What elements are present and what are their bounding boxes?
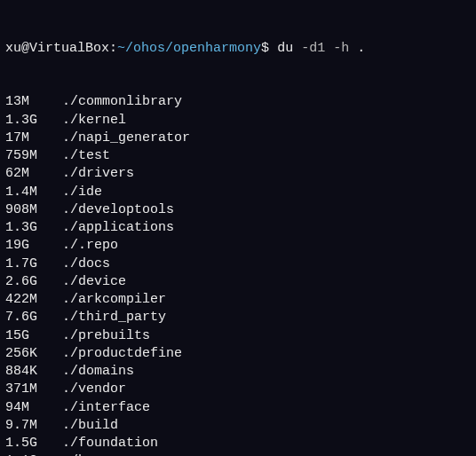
output-row: 1.7G./docs [5, 256, 471, 273]
output-row: 1.1G./base [5, 452, 471, 456]
output-dir: ./base [62, 452, 110, 456]
prompt-user: xu [5, 41, 21, 56]
output-dir: ./interface [62, 399, 150, 417]
output-dir: ./applications [62, 219, 174, 237]
output-size: 759M [5, 147, 62, 165]
prompt-path: ~/ohos/openharmony [117, 41, 261, 56]
output-size: 908M [5, 201, 62, 219]
output-size: 17M [5, 130, 62, 147]
output-dir: ./build [62, 417, 118, 435]
output-size: 62M [5, 165, 62, 183]
output-size: 1.3G [5, 219, 62, 237]
du-output: 13M./commonlibrary1.3G./kernel17M./napi_… [5, 93, 471, 456]
prompt-host: VirtualBox [29, 41, 109, 56]
output-row: 1.3G./applications [5, 219, 471, 237]
output-row: 371M./vendor [5, 381, 471, 398]
flag-depth: -d1 [301, 41, 325, 56]
output-size: 1.7G [5, 256, 62, 273]
flag-human: -h [333, 41, 349, 56]
output-dir: ./test [62, 147, 110, 165]
output-size: 94M [5, 399, 62, 417]
output-size: 19G [5, 237, 62, 255]
command-arg: . [357, 41, 365, 56]
output-dir: ./drivers [62, 165, 134, 183]
terminal-output[interactable]: xu@VirtualBox:~/ohos/openharmony$ du -d1… [5, 4, 471, 456]
output-dir: ./docs [62, 256, 110, 273]
output-dir: ./device [62, 273, 126, 291]
output-size: 1.5G [5, 435, 62, 452]
output-row: 884K./domains [5, 363, 471, 381]
output-row: 94M./interface [5, 399, 471, 417]
output-row: 1.5G./foundation [5, 435, 471, 452]
output-dir: ./ide [62, 184, 102, 201]
output-size: 1.1G [5, 452, 62, 456]
output-row: 13M./commonlibrary [5, 93, 471, 111]
output-dir: ./foundation [62, 435, 158, 452]
output-row: 256K./productdefine [5, 345, 471, 363]
output-size: 15G [5, 327, 62, 345]
output-row: 9.7M./build [5, 417, 471, 435]
output-size: 7.6G [5, 309, 62, 326]
command: du [277, 41, 293, 56]
output-dir: ./.repo [62, 237, 118, 255]
prompt-colon: : [109, 41, 117, 56]
output-size: 13M [5, 93, 62, 111]
output-size: 1.3G [5, 112, 62, 130]
output-dir: ./productdefine [62, 345, 182, 363]
output-size: 371M [5, 381, 62, 398]
output-size: 9.7M [5, 417, 62, 435]
output-dir: ./third_party [62, 309, 166, 326]
output-dir: ./vendor [62, 381, 126, 398]
output-dir: ./arkcompiler [62, 291, 166, 309]
output-dir: ./prebuilts [62, 327, 150, 345]
output-row: 19G./.repo [5, 237, 471, 255]
prompt-dollar: $ [261, 41, 269, 56]
output-row: 1.4M./ide [5, 184, 471, 201]
output-row: 1.3G./kernel [5, 112, 471, 130]
output-dir: ./kernel [62, 112, 126, 130]
output-row: 759M./test [5, 147, 471, 165]
output-row: 7.6G./third_party [5, 309, 471, 326]
output-row: 17M./napi_generator [5, 130, 471, 147]
prompt-at: @ [21, 41, 29, 56]
output-row: 62M./drivers [5, 165, 471, 183]
output-row: 908M./developtools [5, 201, 471, 219]
output-size: 884K [5, 363, 62, 381]
output-row: 422M./arkcompiler [5, 291, 471, 309]
output-dir: ./developtools [62, 201, 174, 219]
output-size: 2.6G [5, 273, 62, 291]
prompt-line-1: xu@VirtualBox:~/ohos/openharmony$ du -d1… [5, 40, 471, 58]
output-size: 422M [5, 291, 62, 309]
output-row: 15G./prebuilts [5, 327, 471, 345]
output-size: 256K [5, 345, 62, 363]
output-dir: ./domains [62, 363, 134, 381]
output-dir: ./commonlibrary [62, 93, 182, 111]
output-row: 2.6G./device [5, 273, 471, 291]
output-size: 1.4M [5, 184, 62, 201]
output-dir: ./napi_generator [62, 130, 190, 147]
